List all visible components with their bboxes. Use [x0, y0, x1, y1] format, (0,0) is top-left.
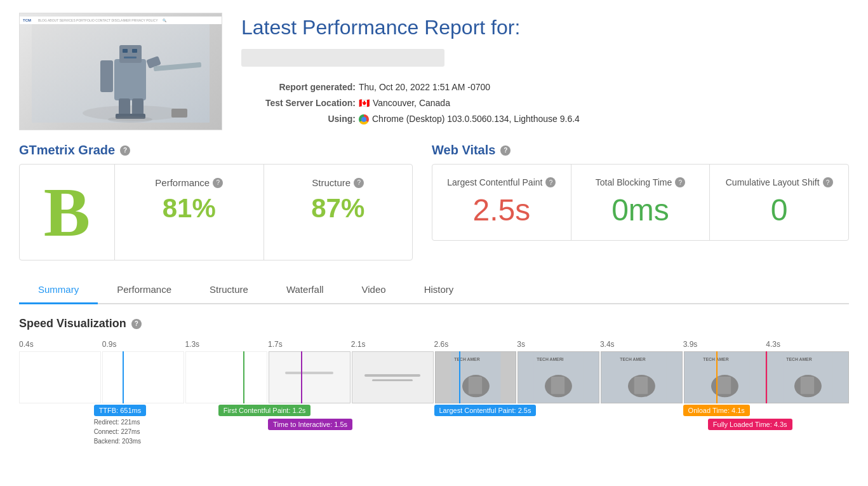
svg-rect-7 [100, 60, 113, 92]
svg-rect-27 [634, 377, 648, 394]
web-vitals-help-icon[interactable]: ? [500, 145, 511, 156]
lcp-annotation: Largest Contentful Paint: 2.5s [434, 405, 537, 416]
fcp-line [243, 351, 244, 403]
ttfb-annotation: TTFB: 651ms Redirect: 221ms Connect: 227… [94, 405, 147, 446]
report-title: Latest Performance Report for: [241, 16, 849, 39]
meta-row-generated: Report generated: Thu, Oct 20, 2022 1:51… [241, 79, 849, 95]
grade-letter: B [44, 177, 90, 247]
performance-label: Performance ? [131, 177, 248, 188]
canada-flag-icon: 🇨🇦 [359, 95, 370, 111]
cls-label-text: Cumulative Layout Shift [726, 177, 820, 187]
frame-7: TECH AMERI [517, 351, 599, 403]
meta-label-server: Test Server Location: [241, 95, 356, 111]
performance-help-icon[interactable]: ? [213, 178, 223, 188]
grade-metrics: Performance ? 81% Structure ? 87% [115, 165, 412, 260]
frames-row: TECH AMER TECH AMERI TECH AMER TECH AMER… [19, 351, 849, 403]
svg-rect-23 [551, 377, 564, 394]
meta-row-server: Test Server Location: 🇨🇦 Vancouver, Cana… [241, 95, 849, 111]
performance-label-text: Performance [155, 177, 210, 188]
lcp-label: Largest Contentful Paint ? [442, 177, 561, 187]
frame-9: TECH AMER [684, 351, 766, 403]
tab-waterfall[interactable]: Waterfall [267, 276, 343, 304]
ttfb-backend: Backend: 203ms [94, 436, 147, 446]
tbt-vital: Total Blocking Time ? 0ms [571, 165, 710, 240]
frame-1 [19, 351, 101, 403]
frame-5 [352, 351, 434, 403]
tab-history[interactable]: History [405, 276, 473, 304]
svg-rect-11 [132, 98, 144, 116]
ruler-4: 2.1s [351, 340, 434, 349]
web-vitals-title-text: Web Vitals [432, 143, 495, 158]
robot-svg [32, 21, 210, 123]
meta-value-server: 🇨🇦 Vancouver, Canada [359, 95, 450, 111]
tab-structure[interactable]: Structure [190, 276, 267, 304]
tbt-label-text: Total Blocking Time [596, 177, 672, 187]
svg-rect-19 [468, 377, 481, 394]
lcp-label-text: Largest Contentful Paint [447, 177, 542, 187]
speed-visualization-section: Speed Visualization ? 0.4s 0.9s 1.3s 1.7… [0, 304, 868, 463]
onload-annotation: Onload Time: 4.1s [683, 405, 750, 416]
cls-label: Cumulative Layout Shift ? [719, 177, 839, 187]
lcp-value: 2.5s [442, 192, 561, 227]
meta-value-using: Chrome (Desktop) 103.0.5060.134, Lightho… [359, 111, 580, 127]
fully-loaded-annotation: Fully Loaded Time: 4.3s [708, 419, 792, 430]
svg-rect-35 [801, 377, 814, 394]
ruler-9: 4.3s [766, 340, 849, 349]
gtmetrix-help-icon[interactable]: ? [120, 145, 130, 156]
svg-rect-5 [132, 49, 137, 53]
fcp-label: First Contentful Paint: 1.2s [218, 405, 311, 416]
ruler-3: 1.7s [268, 340, 351, 349]
onload-line [716, 351, 718, 403]
frame-8: TECH AMER [601, 351, 683, 403]
frame-3 [185, 351, 267, 403]
annotations-row: TTFB: 651ms Redirect: 221ms Connect: 227… [19, 405, 849, 450]
tab-summary[interactable]: Summary [19, 276, 98, 304]
lcp-vital: Largest Contentful Paint ? 2.5s [432, 165, 571, 240]
svg-rect-14 [171, 109, 187, 118]
svg-text:TECH AMER: TECH AMER [786, 357, 811, 361]
frame-6: TECH AMER [435, 351, 517, 403]
tbt-help-icon[interactable]: ? [675, 177, 685, 187]
header-section: TCM BLOG ABOUT SERVICES PORTFOLIO CONTAC… [0, 0, 868, 137]
tab-video[interactable]: Video [343, 276, 405, 304]
ruler-7: 3.4s [600, 340, 683, 349]
ruler-0: 0.4s [19, 340, 102, 349]
header-info: Latest Performance Report for: Report ge… [241, 13, 849, 128]
frame-4 [269, 351, 351, 403]
tab-performance[interactable]: Performance [98, 276, 190, 304]
fully-loaded-line [766, 351, 767, 403]
preview-nav: TCM BLOG ABOUT SERVICES PORTFOLIO CONTAC… [20, 17, 222, 24]
ttfb-sub: Redirect: 221ms Connect: 227ms Backend: … [94, 417, 147, 446]
meta-label-using: Using: [241, 111, 356, 127]
structure-help-icon[interactable]: ? [354, 178, 364, 188]
svg-rect-6 [124, 57, 137, 58]
grade-card: B Performance ? 81% Structure ? [19, 164, 413, 260]
ttfb-connect: Connect: 227ms [94, 427, 147, 436]
web-vitals-title: Web Vitals ? [432, 143, 849, 158]
performance-value: 81% [131, 193, 248, 224]
cls-vital: Cumulative Layout Shift ? 0 [709, 165, 848, 240]
gtmetrix-grade-section: GTmetrix Grade ? B Performance ? 81% [19, 143, 413, 260]
page: TCM BLOG ABOUT SERVICES PORTFOLIO CONTAC… [0, 0, 868, 486]
svg-text:TECH AMERI: TECH AMERI [537, 357, 564, 361]
lcp-help-icon[interactable]: ? [545, 177, 556, 187]
frame-5-bar1 [364, 374, 421, 377]
lcp-annotation-label: Largest Contentful Paint: 2.5s [434, 405, 537, 416]
lcp-line [459, 351, 460, 403]
svg-rect-3 [119, 45, 142, 63]
vitals-card: Largest Contentful Paint ? 2.5s Total Bl… [432, 164, 849, 241]
cls-help-icon[interactable]: ? [823, 177, 833, 187]
tti-annotation: Time to Interactive: 1.5s [268, 419, 352, 430]
svg-text:TECH AMER: TECH AMER [454, 357, 479, 361]
tabs-bar: Summary Performance Structure Waterfall … [19, 276, 849, 304]
meta-label-generated: Report generated: [241, 79, 356, 95]
tbt-label: Total Blocking Time ? [581, 177, 700, 187]
fcp-annotation: First Contentful Paint: 1.2s [218, 405, 311, 416]
server-location-text: Vancouver, Canada [373, 95, 450, 111]
ruler-2: 1.3s [185, 340, 268, 349]
timeline-ruler: 0.4s 0.9s 1.3s 1.7s 2.1s 2.6s 3s 3.4s 3.… [19, 340, 849, 349]
meta-row-using: Using: Chrome (Desktop) 103.0.5060.134, … [241, 111, 849, 127]
tti-label: Time to Interactive: 1.5s [268, 419, 352, 430]
speed-help-icon[interactable]: ? [131, 319, 142, 329]
structure-metric: Structure ? 87% [264, 165, 413, 260]
